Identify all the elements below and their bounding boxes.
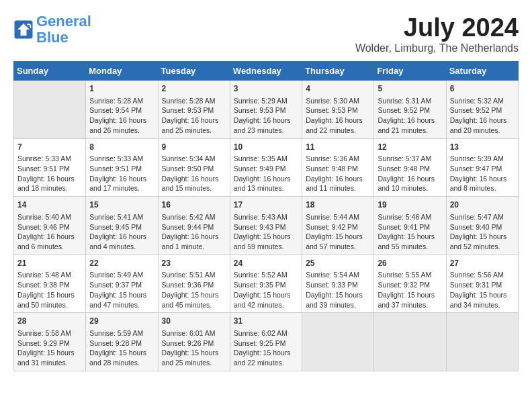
day-content: Sunrise: 5:29 AM Sunset: 9:53 PM Dayligh…: [234, 96, 298, 136]
day-content: Sunrise: 5:41 AM Sunset: 9:45 PM Dayligh…: [89, 212, 154, 252]
day-content: Sunrise: 5:46 AM Sunset: 9:41 PM Dayligh…: [378, 212, 442, 252]
calendar-cell: 10Sunrise: 5:35 AM Sunset: 9:49 PM Dayli…: [230, 138, 302, 197]
day-number: 14: [17, 199, 82, 211]
calendar-cell: 1Sunrise: 5:28 AM Sunset: 9:54 PM Daylig…: [86, 81, 158, 139]
day-content: Sunrise: 5:35 AM Sunset: 9:49 PM Dayligh…: [234, 154, 298, 193]
calendar-cell: 25Sunrise: 5:54 AM Sunset: 9:33 PM Dayli…: [302, 255, 374, 313]
day-number: 4: [306, 83, 370, 95]
day-number: 24: [234, 258, 298, 269]
day-content: Sunrise: 5:37 AM Sunset: 9:48 PM Dayligh…: [378, 154, 442, 193]
day-number: 28: [17, 316, 82, 327]
day-number: 10: [234, 142, 298, 153]
calendar-cell: 6Sunrise: 5:32 AM Sunset: 9:52 PM Daylig…: [446, 81, 518, 139]
calendar-cell: 20Sunrise: 5:47 AM Sunset: 9:40 PM Dayli…: [446, 197, 518, 255]
day-content: Sunrise: 5:51 AM Sunset: 9:36 PM Dayligh…: [162, 270, 226, 310]
day-content: Sunrise: 5:40 AM Sunset: 9:46 PM Dayligh…: [17, 212, 82, 252]
day-header: Sunday: [14, 62, 86, 81]
day-header: Friday: [374, 62, 446, 81]
day-number: 3: [234, 83, 298, 95]
day-content: Sunrise: 5:43 AM Sunset: 9:43 PM Dayligh…: [234, 212, 298, 252]
day-header: Monday: [86, 62, 158, 81]
day-content: Sunrise: 5:33 AM Sunset: 9:51 PM Dayligh…: [17, 154, 82, 193]
day-content: Sunrise: 5:56 AM Sunset: 9:31 PM Dayligh…: [450, 270, 515, 310]
day-content: Sunrise: 5:36 AM Sunset: 9:48 PM Dayligh…: [306, 154, 370, 193]
day-content: Sunrise: 5:44 AM Sunset: 9:42 PM Dayligh…: [306, 212, 370, 252]
calendar-cell: [14, 81, 86, 139]
calendar-cell: 19Sunrise: 5:46 AM Sunset: 9:41 PM Dayli…: [374, 197, 446, 255]
day-number: 18: [306, 199, 370, 211]
day-header: Thursday: [302, 62, 374, 81]
day-content: Sunrise: 5:47 AM Sunset: 9:40 PM Dayligh…: [450, 212, 515, 252]
day-number: 7: [17, 142, 82, 153]
calendar-cell: 4Sunrise: 5:30 AM Sunset: 9:53 PM Daylig…: [302, 81, 374, 139]
calendar-cell: 30Sunrise: 6:01 AM Sunset: 9:26 PM Dayli…: [158, 313, 230, 371]
day-content: Sunrise: 5:31 AM Sunset: 9:52 PM Dayligh…: [378, 96, 442, 136]
day-content: Sunrise: 5:54 AM Sunset: 9:33 PM Dayligh…: [306, 270, 370, 310]
day-number: 13: [450, 142, 515, 153]
calendar-cell: 23Sunrise: 5:51 AM Sunset: 9:36 PM Dayli…: [158, 255, 230, 313]
calendar-cell: 2Sunrise: 5:28 AM Sunset: 9:53 PM Daylig…: [158, 81, 230, 139]
calendar-cell: [302, 313, 374, 371]
day-content: Sunrise: 5:32 AM Sunset: 9:52 PM Dayligh…: [450, 96, 515, 136]
calendar-cell: [374, 313, 446, 371]
calendar-week-row: 14Sunrise: 5:40 AM Sunset: 9:46 PM Dayli…: [14, 197, 519, 255]
calendar-cell: 3Sunrise: 5:29 AM Sunset: 9:53 PM Daylig…: [230, 81, 302, 139]
day-content: Sunrise: 6:01 AM Sunset: 9:26 PM Dayligh…: [162, 328, 226, 368]
day-content: Sunrise: 5:39 AM Sunset: 9:47 PM Dayligh…: [450, 154, 515, 193]
day-number: 26: [378, 258, 442, 269]
location: Wolder, Limburg, The Netherlands: [355, 42, 519, 54]
day-number: 9: [162, 142, 226, 153]
title-area: July 2024 Wolder, Limburg, The Netherlan…: [355, 13, 519, 54]
day-number: 12: [378, 142, 442, 153]
calendar-cell: 14Sunrise: 5:40 AM Sunset: 9:46 PM Dayli…: [14, 197, 86, 255]
day-header: Tuesday: [158, 62, 230, 81]
day-number: 1: [89, 83, 154, 95]
calendar-week-row: 7Sunrise: 5:33 AM Sunset: 9:51 PM Daylig…: [14, 138, 519, 197]
calendar-cell: 8Sunrise: 5:33 AM Sunset: 9:51 PM Daylig…: [86, 138, 158, 197]
day-number: 30: [162, 316, 226, 327]
calendar-week-row: 1Sunrise: 5:28 AM Sunset: 9:54 PM Daylig…: [14, 81, 519, 139]
calendar-cell: [446, 313, 518, 371]
calendar-cell: 26Sunrise: 5:55 AM Sunset: 9:32 PM Dayli…: [374, 255, 446, 313]
calendar-cell: 7Sunrise: 5:33 AM Sunset: 9:51 PM Daylig…: [14, 138, 86, 197]
day-number: 23: [162, 258, 226, 269]
day-number: 31: [234, 316, 298, 327]
day-header: Wednesday: [230, 62, 302, 81]
day-number: 8: [89, 142, 154, 153]
day-content: Sunrise: 6:02 AM Sunset: 9:25 PM Dayligh…: [234, 328, 298, 368]
calendar-cell: 22Sunrise: 5:49 AM Sunset: 9:37 PM Dayli…: [86, 255, 158, 313]
day-number: 15: [89, 199, 154, 211]
day-number: 21: [17, 258, 82, 269]
calendar-cell: 28Sunrise: 5:58 AM Sunset: 9:29 PM Dayli…: [14, 313, 86, 371]
day-number: 6: [450, 83, 515, 95]
day-number: 27: [450, 258, 515, 269]
calendar-week-row: 28Sunrise: 5:58 AM Sunset: 9:29 PM Dayli…: [14, 313, 519, 371]
day-number: 19: [378, 199, 442, 211]
logo: General Blue: [13, 13, 91, 46]
calendar-cell: 9Sunrise: 5:34 AM Sunset: 9:50 PM Daylig…: [158, 138, 230, 197]
day-number: 11: [306, 142, 370, 153]
day-number: 22: [89, 258, 154, 269]
calendar-cell: 18Sunrise: 5:44 AM Sunset: 9:42 PM Dayli…: [302, 197, 374, 255]
day-header: Saturday: [446, 62, 518, 81]
calendar-week-row: 21Sunrise: 5:48 AM Sunset: 9:38 PM Dayli…: [14, 255, 519, 313]
calendar-cell: 5Sunrise: 5:31 AM Sunset: 9:52 PM Daylig…: [374, 81, 446, 139]
day-content: Sunrise: 5:49 AM Sunset: 9:37 PM Dayligh…: [89, 270, 154, 310]
day-number: 16: [162, 199, 226, 211]
calendar-cell: 31Sunrise: 6:02 AM Sunset: 9:25 PM Dayli…: [230, 313, 302, 371]
calendar-cell: 29Sunrise: 5:59 AM Sunset: 9:28 PM Dayli…: [86, 313, 158, 371]
day-content: Sunrise: 5:52 AM Sunset: 9:35 PM Dayligh…: [234, 270, 298, 310]
day-content: Sunrise: 5:59 AM Sunset: 9:28 PM Dayligh…: [89, 328, 154, 368]
calendar-cell: 16Sunrise: 5:42 AM Sunset: 9:44 PM Dayli…: [158, 197, 230, 255]
calendar-cell: 12Sunrise: 5:37 AM Sunset: 9:48 PM Dayli…: [374, 138, 446, 197]
calendar-cell: 24Sunrise: 5:52 AM Sunset: 9:35 PM Dayli…: [230, 255, 302, 313]
calendar-cell: 17Sunrise: 5:43 AM Sunset: 9:43 PM Dayli…: [230, 197, 302, 255]
logo-text: General Blue: [36, 13, 91, 46]
calendar-cell: 11Sunrise: 5:36 AM Sunset: 9:48 PM Dayli…: [302, 138, 374, 197]
header-row: SundayMondayTuesdayWednesdayThursdayFrid…: [14, 62, 519, 81]
day-content: Sunrise: 5:34 AM Sunset: 9:50 PM Dayligh…: [162, 154, 226, 193]
day-number: 2: [162, 83, 226, 95]
day-content: Sunrise: 5:42 AM Sunset: 9:44 PM Dayligh…: [162, 212, 226, 252]
day-number: 20: [450, 199, 515, 211]
day-content: Sunrise: 5:28 AM Sunset: 9:53 PM Dayligh…: [162, 96, 226, 136]
